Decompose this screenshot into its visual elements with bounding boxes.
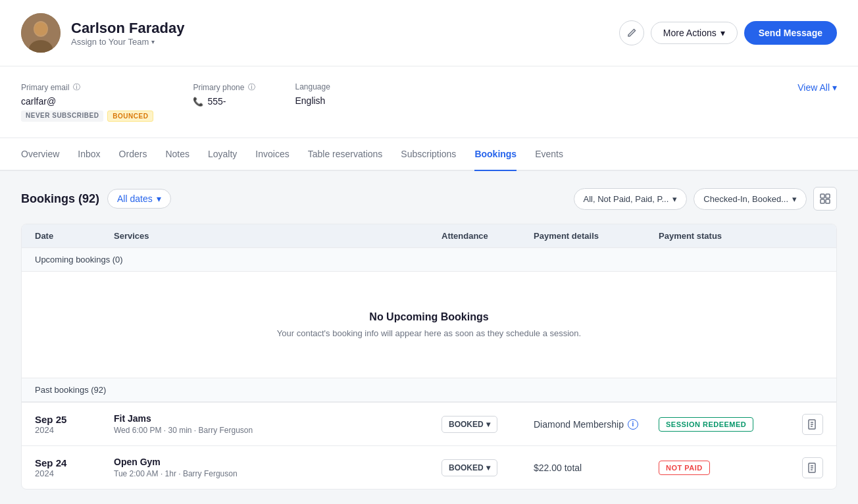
bookings-header: Bookings (92) All dates ▾ All, Not Paid,… <box>21 187 837 211</box>
svg-rect-7 <box>826 199 830 203</box>
attendance-badge[interactable]: BOOKED ▾ <box>442 459 497 476</box>
svg-rect-5 <box>826 194 830 198</box>
tab-subscriptions[interactable]: Subscriptions <box>401 138 456 171</box>
more-actions-button[interactable]: More Actions ▾ <box>651 22 738 44</box>
grid-view-button[interactable] <box>813 187 837 211</box>
tab-overview[interactable]: Overview <box>21 138 59 171</box>
chevron-down-icon: ▾ <box>151 38 155 45</box>
never-subscribed-badge: NEVER SUBSCRIBED <box>21 111 103 122</box>
email-value: carlfar@ <box>21 96 153 107</box>
col-attendance: Attendance <box>442 231 527 241</box>
row-actions <box>784 457 823 478</box>
header-actions: More Actions ▾ Send Message <box>619 20 837 45</box>
main-content: Bookings (92) All dates ▾ All, Not Paid,… <box>0 171 858 504</box>
tab-orders[interactable]: Orders <box>119 138 147 171</box>
table-header-row: Date Services Attendance Payment details… <box>22 224 836 247</box>
tab-table-reservations[interactable]: Table reservations <box>308 138 383 171</box>
past-section-header: Past bookings (92) <box>22 378 836 402</box>
col-payment-status: Payment status <box>659 231 777 241</box>
document-icon-button[interactable] <box>802 457 823 478</box>
bookings-filters: All, Not Paid, Paid, P... ▾ Checked-In, … <box>574 187 837 211</box>
upcoming-section-header: Upcoming bookings (0) <box>22 247 836 272</box>
phone-value-row: 📞 555- <box>193 96 255 107</box>
bookings-title-row: Bookings (92) All dates ▾ <box>21 189 171 209</box>
email-field: Primary email ⓘ carlfar@ NEVER SUBSCRIBE… <box>21 82 153 122</box>
tab-loyalty[interactable]: Loyalty <box>208 138 237 171</box>
tab-inbox[interactable]: Inbox <box>78 138 100 171</box>
info-icon: ⓘ <box>248 82 255 92</box>
bounced-badge: BOUNCED <box>107 111 153 122</box>
contact-info-left: Carlson Faraday Assign to Your Team ▾ <box>21 13 184 53</box>
empty-upcoming-state: No Upcoming Bookings Your contact's book… <box>22 272 836 378</box>
email-label: Primary email ⓘ <box>21 82 153 92</box>
chevron-down-icon: ▾ <box>486 463 490 472</box>
payment-status: NOT PAID <box>659 461 777 475</box>
tab-events[interactable]: Events <box>535 138 563 171</box>
info-icon: ⓘ <box>73 82 80 92</box>
table-row: Sep 24 2024 Open Gym Tue 2:00 AM · 1hr ·… <box>22 445 836 489</box>
booking-service: Fit Jams Wed 6:00 PM · 30 min · Barry Fe… <box>114 413 435 435</box>
status-filter-button[interactable]: Checked-In, Booked... ▾ <box>694 188 807 210</box>
chevron-down-icon: ▾ <box>832 82 837 93</box>
col-date: Date <box>35 231 107 241</box>
booking-date: Sep 24 2024 <box>35 457 107 478</box>
avatar <box>21 13 61 53</box>
bookings-title: Bookings (92) <box>21 192 99 206</box>
tab-invoices[interactable]: Invoices <box>255 138 289 171</box>
contact-header: Carlson Faraday Assign to Your Team ▾ Mo… <box>0 0 858 66</box>
language-field: Language English <box>295 82 330 110</box>
bookings-table: Date Services Attendance Payment details… <box>21 224 837 490</box>
send-message-button[interactable]: Send Message <box>744 21 837 45</box>
info-circle-icon[interactable]: i <box>628 419 638 430</box>
nav-tabs: Overview Inbox Orders Notes Loyalty Invo… <box>0 138 858 171</box>
empty-desc: Your contact's booking info will appear … <box>35 328 823 338</box>
document-icon-button[interactable] <box>802 414 823 435</box>
svg-point-3 <box>34 22 47 36</box>
booking-attendance: BOOKED ▾ <box>442 416 527 433</box>
payment-status: SESSION REDEEMED <box>659 417 777 432</box>
phone-value: 555- <box>207 96 226 107</box>
booking-attendance: BOOKED ▾ <box>442 459 527 476</box>
chevron-down-icon: ▾ <box>672 194 677 204</box>
payment-details: Diamond Membership i <box>534 419 652 430</box>
empty-title: No Upcoming Bookings <box>35 311 823 323</box>
attendance-badge[interactable]: BOOKED ▾ <box>442 416 497 433</box>
info-grid: Primary email ⓘ carlfar@ NEVER SUBSCRIBE… <box>21 82 837 122</box>
payment-details: $22.00 total <box>534 463 652 473</box>
language-label: Language <box>295 82 330 91</box>
assign-team-button[interactable]: Assign to Your Team ▾ <box>71 37 184 47</box>
contact-info-card: Primary email ⓘ carlfar@ NEVER SUBSCRIBE… <box>0 66 858 138</box>
chevron-down-icon: ▾ <box>157 193 161 204</box>
phone-label: Primary phone ⓘ <box>193 82 255 92</box>
table-row: Sep 25 2024 Fit Jams Wed 6:00 PM · 30 mi… <box>22 402 836 445</box>
col-payment-details: Payment details <box>534 231 652 241</box>
not-paid-badge: NOT PAID <box>659 461 710 475</box>
svg-rect-6 <box>820 199 824 203</box>
booking-date: Sep 25 2024 <box>35 414 107 435</box>
chevron-down-icon: ▾ <box>720 28 725 38</box>
chevron-down-icon: ▾ <box>792 194 797 204</box>
chevron-down-icon: ▾ <box>486 420 490 429</box>
row-actions <box>784 414 823 435</box>
payment-filter-button[interactable]: All, Not Paid, Paid, P... ▾ <box>574 188 688 210</box>
phone-icon: 📞 <box>193 97 203 107</box>
svg-rect-4 <box>820 194 824 198</box>
date-filter-button[interactable]: All dates ▾ <box>107 189 171 209</box>
session-redeemed-badge: SESSION REDEEMED <box>659 417 753 432</box>
edit-button[interactable] <box>619 20 644 45</box>
email-badges: NEVER SUBSCRIBED BOUNCED <box>21 111 153 122</box>
language-value: English <box>295 95 330 106</box>
tab-notes[interactable]: Notes <box>165 138 189 171</box>
contact-name: Carlson Faraday <box>71 20 184 37</box>
col-services: Services <box>114 231 435 241</box>
phone-field: Primary phone ⓘ 📞 555- <box>193 82 255 107</box>
col-actions <box>784 231 823 241</box>
view-all-button[interactable]: View All ▾ <box>797 82 837 93</box>
tab-bookings[interactable]: Bookings <box>474 138 517 171</box>
booking-service: Open Gym Tue 2:00 AM · 1hr · Barry Fergu… <box>114 457 435 478</box>
contact-name-block: Carlson Faraday Assign to Your Team ▾ <box>71 20 184 47</box>
